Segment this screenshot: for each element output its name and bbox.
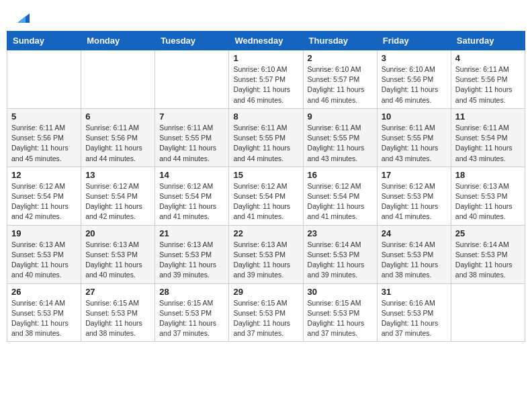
day-info: Sunrise: 6:10 AM Sunset: 5:57 PM Dayligh… [233, 64, 298, 105]
calendar-cell: 31Sunrise: 6:16 AM Sunset: 5:53 PM Dayli… [377, 283, 451, 342]
calendar-cell: 22Sunrise: 6:13 AM Sunset: 5:53 PM Dayli… [229, 225, 303, 283]
calendar-cell: 13Sunrise: 6:12 AM Sunset: 5:54 PM Dayli… [81, 167, 155, 225]
day-info: Sunrise: 6:11 AM Sunset: 5:55 PM Dayligh… [233, 123, 298, 164]
calendar-cell: 25Sunrise: 6:14 AM Sunset: 5:53 PM Dayli… [451, 225, 525, 283]
day-info: Sunrise: 6:14 AM Sunset: 5:53 PM Dayligh… [11, 298, 77, 339]
calendar-week-row: 1Sunrise: 6:10 AM Sunset: 5:57 PM Daylig… [7, 50, 525, 109]
calendar-cell: 23Sunrise: 6:14 AM Sunset: 5:53 PM Dayli… [303, 225, 377, 283]
day-info: Sunrise: 6:10 AM Sunset: 5:57 PM Dayligh… [308, 64, 373, 105]
calendar-week-row: 19Sunrise: 6:13 AM Sunset: 5:53 PM Dayli… [7, 225, 525, 283]
day-info: Sunrise: 6:11 AM Sunset: 5:56 PM Dayligh… [11, 123, 77, 164]
day-info: Sunrise: 6:10 AM Sunset: 5:56 PM Dayligh… [382, 64, 447, 105]
day-info: Sunrise: 6:14 AM Sunset: 5:53 PM Dayligh… [382, 240, 447, 281]
day-number: 23 [308, 228, 373, 238]
calendar-cell [451, 283, 525, 342]
day-number: 15 [233, 170, 298, 180]
day-info: Sunrise: 6:14 AM Sunset: 5:53 PM Dayligh… [308, 240, 373, 281]
calendar-cell: 5Sunrise: 6:11 AM Sunset: 5:56 PM Daylig… [7, 108, 81, 167]
day-number: 14 [159, 170, 224, 180]
day-info: Sunrise: 6:15 AM Sunset: 5:53 PM Dayligh… [233, 298, 298, 339]
day-number: 19 [11, 228, 77, 238]
day-number: 11 [455, 111, 521, 122]
day-info: Sunrise: 6:12 AM Sunset: 5:54 PM Dayligh… [159, 181, 224, 222]
calendar-table: SundayMondayTuesdayWednesdayThursdayFrid… [7, 31, 525, 342]
calendar-cell: 27Sunrise: 6:15 AM Sunset: 5:53 PM Dayli… [81, 283, 155, 342]
weekday-header-tuesday: Tuesday [155, 32, 229, 50]
calendar-cell: 30Sunrise: 6:15 AM Sunset: 5:53 PM Dayli… [303, 283, 377, 342]
day-number: 18 [455, 170, 521, 180]
day-info: Sunrise: 6:15 AM Sunset: 5:53 PM Dayligh… [159, 298, 224, 339]
day-number: 25 [455, 228, 521, 238]
calendar-cell: 28Sunrise: 6:15 AM Sunset: 5:53 PM Dayli… [155, 283, 229, 342]
day-number: 12 [11, 170, 77, 180]
calendar-cell: 18Sunrise: 6:13 AM Sunset: 5:53 PM Dayli… [451, 167, 525, 225]
day-number: 9 [308, 111, 373, 122]
day-number: 10 [382, 111, 447, 122]
calendar-cell: 6Sunrise: 6:11 AM Sunset: 5:56 PM Daylig… [81, 108, 155, 167]
weekday-header-friday: Friday [377, 32, 451, 50]
calendar-cell: 1Sunrise: 6:10 AM Sunset: 5:57 PM Daylig… [229, 50, 303, 109]
calendar-week-row: 26Sunrise: 6:14 AM Sunset: 5:53 PM Dayli… [7, 283, 525, 342]
day-number: 29 [233, 287, 298, 297]
calendar-cell: 20Sunrise: 6:13 AM Sunset: 5:53 PM Dayli… [81, 225, 155, 283]
day-info: Sunrise: 6:16 AM Sunset: 5:53 PM Dayligh… [382, 298, 447, 339]
day-number: 2 [308, 53, 373, 63]
day-info: Sunrise: 6:13 AM Sunset: 5:53 PM Dayligh… [85, 240, 150, 281]
day-info: Sunrise: 6:14 AM Sunset: 5:53 PM Dayligh… [455, 240, 521, 281]
day-number: 20 [85, 228, 150, 238]
day-info: Sunrise: 6:11 AM Sunset: 5:55 PM Dayligh… [308, 123, 373, 164]
calendar-cell: 7Sunrise: 6:11 AM Sunset: 5:55 PM Daylig… [155, 108, 229, 167]
day-info: Sunrise: 6:11 AM Sunset: 5:56 PM Dayligh… [455, 64, 521, 105]
day-number: 13 [85, 170, 150, 180]
weekday-header-row: SundayMondayTuesdayWednesdayThursdayFrid… [7, 32, 525, 50]
day-number: 22 [233, 228, 298, 238]
day-info: Sunrise: 6:13 AM Sunset: 5:53 PM Dayligh… [159, 240, 224, 281]
calendar-cell: 26Sunrise: 6:14 AM Sunset: 5:53 PM Dayli… [7, 283, 81, 342]
calendar-cell: 11Sunrise: 6:11 AM Sunset: 5:54 PM Dayli… [451, 108, 525, 167]
day-number: 5 [11, 111, 77, 122]
logo-icon [15, 11, 30, 23]
page-header [7, 7, 525, 27]
calendar-cell: 4Sunrise: 6:11 AM Sunset: 5:56 PM Daylig… [451, 50, 525, 109]
day-number: 7 [159, 111, 224, 122]
day-info: Sunrise: 6:13 AM Sunset: 5:53 PM Dayligh… [455, 181, 521, 222]
calendar-cell: 10Sunrise: 6:11 AM Sunset: 5:55 PM Dayli… [377, 108, 451, 167]
day-number: 16 [308, 170, 373, 180]
day-number: 3 [382, 53, 447, 63]
weekday-header-thursday: Thursday [303, 32, 377, 50]
day-info: Sunrise: 6:12 AM Sunset: 5:54 PM Dayligh… [85, 181, 150, 222]
day-number: 21 [159, 228, 224, 238]
weekday-header-saturday: Saturday [451, 32, 525, 50]
calendar-cell: 29Sunrise: 6:15 AM Sunset: 5:53 PM Dayli… [229, 283, 303, 342]
day-number: 8 [233, 111, 298, 122]
calendar-cell: 8Sunrise: 6:11 AM Sunset: 5:55 PM Daylig… [229, 108, 303, 167]
logo [13, 11, 30, 23]
calendar-cell [155, 50, 229, 109]
day-number: 17 [382, 170, 447, 180]
calendar-week-row: 5Sunrise: 6:11 AM Sunset: 5:56 PM Daylig… [7, 108, 525, 167]
calendar-cell [81, 50, 155, 109]
day-info: Sunrise: 6:12 AM Sunset: 5:54 PM Dayligh… [233, 181, 298, 222]
calendar-cell: 21Sunrise: 6:13 AM Sunset: 5:53 PM Dayli… [155, 225, 229, 283]
svg-marker-1 [17, 16, 26, 23]
day-number: 6 [85, 111, 150, 122]
day-number: 24 [382, 228, 447, 238]
calendar-cell: 9Sunrise: 6:11 AM Sunset: 5:55 PM Daylig… [303, 108, 377, 167]
calendar-cell: 12Sunrise: 6:12 AM Sunset: 5:54 PM Dayli… [7, 167, 81, 225]
day-number: 31 [382, 287, 447, 297]
calendar-cell: 15Sunrise: 6:12 AM Sunset: 5:54 PM Dayli… [229, 167, 303, 225]
weekday-header-wednesday: Wednesday [229, 32, 303, 50]
calendar-cell: 14Sunrise: 6:12 AM Sunset: 5:54 PM Dayli… [155, 167, 229, 225]
calendar-cell: 24Sunrise: 6:14 AM Sunset: 5:53 PM Dayli… [377, 225, 451, 283]
day-info: Sunrise: 6:13 AM Sunset: 5:53 PM Dayligh… [233, 240, 298, 281]
day-info: Sunrise: 6:15 AM Sunset: 5:53 PM Dayligh… [308, 298, 373, 339]
day-number: 4 [455, 53, 521, 63]
day-number: 1 [233, 53, 298, 63]
day-number: 27 [85, 287, 150, 297]
day-number: 26 [11, 287, 77, 297]
day-info: Sunrise: 6:12 AM Sunset: 5:53 PM Dayligh… [382, 181, 447, 222]
calendar-cell: 3Sunrise: 6:10 AM Sunset: 5:56 PM Daylig… [377, 50, 451, 109]
day-info: Sunrise: 6:13 AM Sunset: 5:53 PM Dayligh… [11, 240, 77, 281]
calendar-cell [7, 50, 81, 109]
calendar-cell: 19Sunrise: 6:13 AM Sunset: 5:53 PM Dayli… [7, 225, 81, 283]
